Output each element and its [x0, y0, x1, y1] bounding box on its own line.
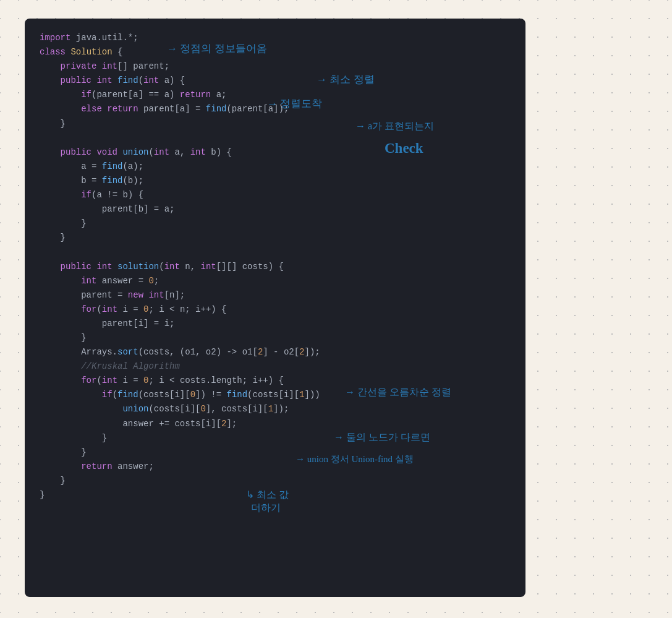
code-editor: import java.util.*; class Solution { pri… [25, 19, 525, 597]
code-content: import java.util.*; class Solution { pri… [40, 31, 511, 502]
